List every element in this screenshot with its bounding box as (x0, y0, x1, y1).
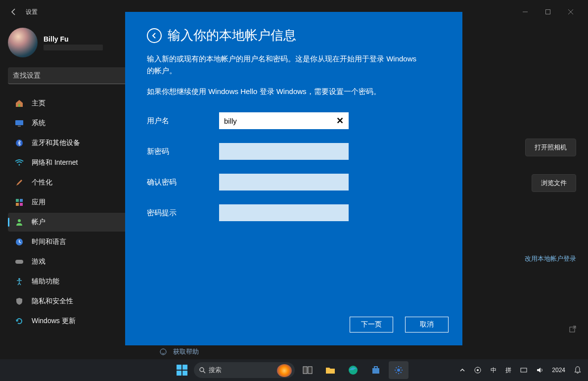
svg-rect-1 (546, 10, 550, 14)
brush-icon (14, 177, 25, 188)
switch-local-account-link[interactable]: 改用本地帐户登录 (525, 254, 576, 263)
confirm-password-label: 确认密码 (147, 178, 219, 187)
svg-rect-22 (308, 367, 312, 374)
search-input[interactable]: 查找设置 (8, 67, 131, 84)
wifi-icon (14, 157, 25, 168)
close-button[interactable] (559, 4, 582, 20)
nav-item-label: 游戏 (32, 257, 45, 266)
right-panel: 打开照相机 浏览文件 改用本地帐户登录 (525, 139, 576, 333)
clear-input-icon[interactable]: ✕ (336, 115, 344, 126)
modal-description-1: 输入新的或现有的本地帐户的用户名和密码。这是你从现在开始用于登录 Windows… (147, 53, 424, 77)
nav-accessibility[interactable]: 辅助功能 (8, 272, 138, 291)
ime-mode[interactable]: 拼 (503, 364, 513, 377)
avatar (8, 28, 38, 57)
taskbar-search[interactable]: 搜索 (194, 362, 295, 378)
nav-apps[interactable]: 应用 (8, 193, 138, 212)
nav-time-language[interactable]: 时间和语言 (8, 233, 138, 251)
username-label: 用户名 (147, 116, 219, 126)
svg-rect-6 (18, 126, 21, 127)
clock-icon (14, 237, 25, 247)
svg-point-16 (18, 278, 20, 280)
settings-button[interactable] (389, 361, 408, 379)
nav-privacy[interactable]: 隐私和安全性 (8, 292, 138, 311)
new-password-label: 新密码 (147, 147, 219, 156)
sidebar: Billy Fu 查找设置 主页 系统 蓝牙和其他设备 网络和 Internet… (0, 24, 138, 331)
svg-rect-21 (303, 367, 307, 374)
gamepad-icon (14, 256, 25, 267)
bluetooth-icon (14, 138, 25, 148)
nav-personalization[interactable]: 个性化 (8, 173, 138, 192)
nav-item-label: Windows 更新 (32, 317, 76, 326)
window-title: 设置 (26, 8, 38, 16)
system-icon (14, 118, 25, 129)
nav-item-label: 网络和 Internet (32, 158, 78, 167)
nav-gaming[interactable]: 游戏 (8, 252, 138, 271)
nav-windows-update[interactable]: Windows 更新 (8, 312, 138, 331)
svg-rect-5 (15, 120, 23, 125)
maximize-button[interactable] (537, 4, 559, 20)
nav: 主页 系统 蓝牙和其他设备 网络和 Internet 个性化 应用 帐户 时间 (8, 94, 138, 331)
start-button[interactable] (173, 361, 191, 379)
nav-home[interactable]: 主页 (8, 94, 138, 113)
svg-rect-10 (20, 199, 23, 202)
svg-rect-24 (372, 368, 379, 374)
home-icon (14, 98, 25, 109)
nav-item-label: 隐私和安全性 (32, 297, 73, 306)
next-button[interactable]: 下一页 (350, 317, 393, 333)
svg-rect-9 (16, 199, 19, 202)
search-highlight-icon (277, 364, 292, 377)
windows-logo-icon (177, 365, 187, 376)
browse-files-button[interactable]: 浏览文件 (532, 174, 576, 192)
username-input[interactable]: billy ✕ (219, 112, 349, 129)
edge-button[interactable] (343, 361, 363, 379)
nav-item-label: 时间和语言 (32, 238, 66, 246)
taskbar-search-label: 搜索 (209, 366, 222, 375)
network-tray-icon[interactable] (518, 365, 529, 376)
nav-system[interactable]: 系统 (8, 114, 138, 133)
copilot-icon[interactable] (472, 364, 484, 376)
modal-title: 输入你的本地帐户信息 (168, 27, 296, 44)
person-icon (14, 217, 25, 228)
nav-item-label: 系统 (32, 119, 45, 128)
profile-email (44, 45, 103, 50)
nav-bluetooth[interactable]: 蓝牙和其他设备 (8, 134, 138, 152)
modal-back-button[interactable] (147, 28, 162, 43)
apps-icon (14, 197, 25, 208)
store-button[interactable] (366, 361, 386, 379)
svg-rect-15 (15, 260, 23, 264)
svg-point-27 (477, 369, 479, 371)
profile[interactable]: Billy Fu (8, 28, 138, 57)
new-password-input[interactable] (219, 143, 349, 160)
open-camera-button[interactable]: 打开照相机 (525, 139, 576, 156)
task-view-button[interactable] (298, 361, 317, 379)
back-button[interactable] (6, 4, 22, 20)
ime-language[interactable]: 中 (489, 364, 498, 377)
svg-line-20 (203, 371, 205, 373)
clock-year[interactable]: 2024 (550, 365, 567, 376)
notifications-button[interactable] (572, 364, 583, 376)
tray-expand-button[interactable] (458, 366, 467, 374)
minimize-button[interactable] (514, 4, 537, 20)
svg-rect-4 (18, 104, 20, 107)
search-placeholder: 查找设置 (13, 71, 41, 80)
file-explorer-button[interactable] (320, 361, 340, 379)
external-link-icon[interactable] (569, 326, 576, 333)
nav-accounts[interactable]: 帐户 (8, 213, 138, 232)
accessibility-icon (14, 276, 25, 287)
svg-point-19 (200, 368, 204, 372)
shield-icon (14, 296, 25, 307)
profile-name: Billy Fu (44, 35, 103, 43)
svg-point-25 (397, 369, 400, 372)
get-help-link[interactable]: 获取帮助 (159, 347, 199, 356)
volume-tray-icon[interactable] (534, 365, 545, 376)
nav-item-label: 个性化 (32, 178, 52, 187)
confirm-password-input[interactable] (219, 174, 349, 190)
svg-point-8 (19, 164, 20, 166)
cancel-button[interactable]: 取消 (405, 317, 449, 333)
svg-rect-11 (16, 203, 19, 206)
headset-icon (159, 348, 167, 356)
password-hint-input[interactable] (219, 204, 349, 221)
search-icon (199, 367, 206, 374)
update-icon (14, 316, 25, 327)
nav-network[interactable]: 网络和 Internet (8, 153, 138, 172)
